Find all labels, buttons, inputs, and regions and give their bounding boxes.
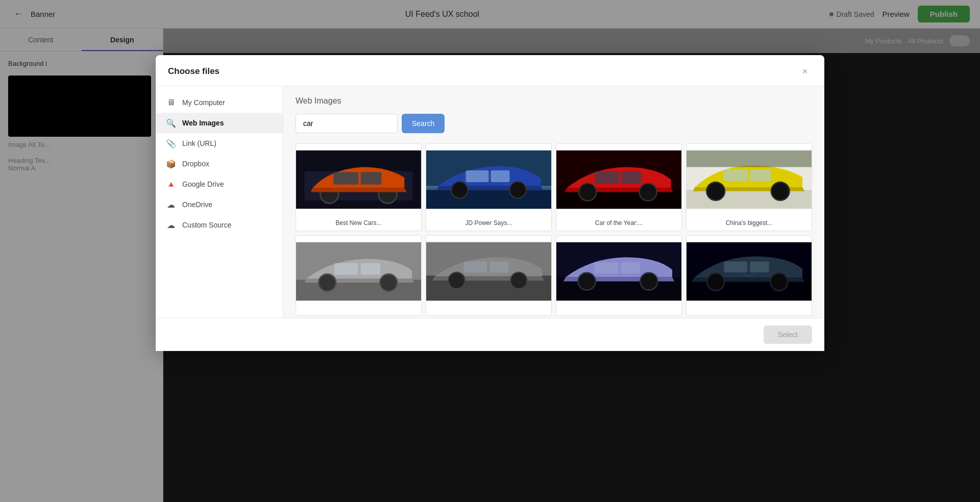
image-label-0: Best New Cars... [296, 215, 421, 231]
svg-point-29 [380, 274, 397, 291]
svg-rect-11 [466, 170, 489, 182]
computer-icon: 🖥 [166, 97, 176, 108]
image-label-4 [296, 307, 421, 315]
nav-label-onedrive: OneDrive [182, 200, 212, 209]
svg-point-47 [707, 273, 724, 290]
nav-item-link-url[interactable]: 📎 Link (URL) [156, 133, 283, 154]
image-cell-7[interactable] [686, 235, 812, 316]
image-thumb-2 [556, 144, 681, 215]
image-cell-4[interactable] [296, 235, 422, 316]
svg-point-16 [640, 183, 657, 200]
image-cell-1[interactable]: JD Power Says... [426, 143, 552, 231]
svg-rect-44 [621, 262, 640, 273]
choose-files-modal: Choose files × 🖥 My Computer 🔍 Web Image… [156, 55, 824, 351]
svg-point-42 [640, 272, 657, 290]
modal-footer: Select [156, 318, 824, 351]
dropbox-icon: 📦 [166, 159, 176, 169]
image-grid: Best New Cars... [296, 143, 812, 316]
svg-rect-30 [334, 263, 358, 275]
modal-body: 🖥 My Computer 🔍 Web Images 📎 Link (URL) … [156, 86, 824, 318]
image-cell-6[interactable] [556, 235, 682, 316]
image-cell-5[interactable] [426, 235, 552, 316]
svg-rect-50 [750, 261, 769, 272]
image-label-7 [687, 307, 812, 315]
link-icon: 📎 [166, 138, 176, 148]
svg-point-10 [509, 182, 526, 198]
search-button[interactable]: Search [402, 114, 445, 133]
modal-nav: 🖥 My Computer 🔍 Web Images 📎 Link (URL) … [156, 86, 283, 318]
svg-point-9 [451, 182, 468, 198]
image-thumb-4 [296, 236, 421, 307]
image-label-2: Car of the Year:... [556, 215, 681, 231]
svg-rect-18 [621, 171, 641, 184]
svg-rect-31 [361, 263, 380, 275]
search-input[interactable] [296, 114, 398, 133]
content-area-title: Web Images [296, 96, 812, 106]
svg-rect-24 [750, 169, 771, 181]
nav-item-onedrive[interactable]: ☁ OneDrive [156, 194, 283, 215]
image-cell-0[interactable]: Best New Cars... [296, 143, 422, 231]
nav-item-web-images[interactable]: 🔍 Web Images [156, 113, 283, 133]
svg-rect-5 [361, 172, 382, 185]
nav-label-my-computer: My Computer [182, 98, 225, 107]
image-label-6 [556, 307, 681, 315]
nav-label-dropbox: Dropbox [182, 160, 209, 168]
svg-rect-20 [687, 190, 812, 209]
svg-rect-23 [723, 169, 747, 181]
modal-close-button[interactable]: × [798, 64, 812, 79]
svg-rect-27 [296, 280, 421, 300]
svg-rect-25 [687, 150, 812, 167]
svg-point-28 [318, 274, 336, 291]
image-label-1: JD Power Says... [426, 215, 551, 231]
svg-rect-38 [489, 261, 509, 272]
image-thumb-0 [296, 144, 421, 215]
svg-rect-12 [491, 170, 510, 182]
svg-point-21 [706, 182, 725, 200]
svg-rect-4 [334, 172, 359, 185]
nav-item-dropbox[interactable]: 📦 Dropbox [156, 154, 283, 174]
svg-point-36 [510, 272, 527, 289]
google-drive-icon: 🔺 [166, 179, 176, 189]
modal-title: Choose files [168, 66, 219, 77]
modal-content-area: Web Images Search [283, 86, 824, 318]
svg-rect-17 [595, 171, 619, 184]
nav-item-google-drive[interactable]: 🔺 Google Drive [156, 174, 283, 194]
svg-point-15 [579, 183, 596, 200]
image-label-5 [426, 307, 551, 315]
svg-point-35 [448, 272, 465, 289]
nav-label-web-images: Web Images [182, 119, 224, 127]
image-thumb-6 [556, 236, 681, 307]
nav-item-custom-source[interactable]: ☁ Custom Source [156, 215, 283, 235]
svg-rect-7 [426, 188, 551, 209]
svg-point-22 [771, 182, 790, 200]
image-thumb-7 [687, 236, 812, 307]
nav-label-google-drive: Google Drive [182, 180, 224, 188]
nav-item-my-computer[interactable]: 🖥 My Computer [156, 92, 283, 113]
select-button[interactable]: Select [764, 325, 812, 344]
nav-label-custom-source: Custom Source [182, 221, 231, 229]
image-thumb-3 [687, 144, 812, 215]
image-thumb-5 [426, 236, 551, 307]
modal-header: Choose files × [156, 55, 824, 86]
image-cell-2[interactable]: Car of the Year:... [556, 143, 682, 231]
svg-rect-46 [687, 279, 812, 300]
image-cell-3[interactable]: China's biggest... [686, 143, 812, 231]
svg-rect-37 [464, 261, 487, 272]
onedrive-icon: ☁ [166, 199, 176, 210]
custom-source-icon: ☁ [166, 220, 176, 230]
svg-rect-43 [594, 262, 618, 273]
image-thumb-1 [426, 144, 551, 215]
search-bar: Search [296, 114, 812, 133]
search-nav-icon: 🔍 [166, 118, 176, 128]
nav-label-link-url: Link (URL) [182, 139, 216, 147]
svg-point-48 [770, 273, 788, 290]
image-label-3: China's biggest... [687, 215, 812, 231]
svg-rect-14 [556, 190, 681, 209]
svg-point-41 [578, 272, 595, 290]
